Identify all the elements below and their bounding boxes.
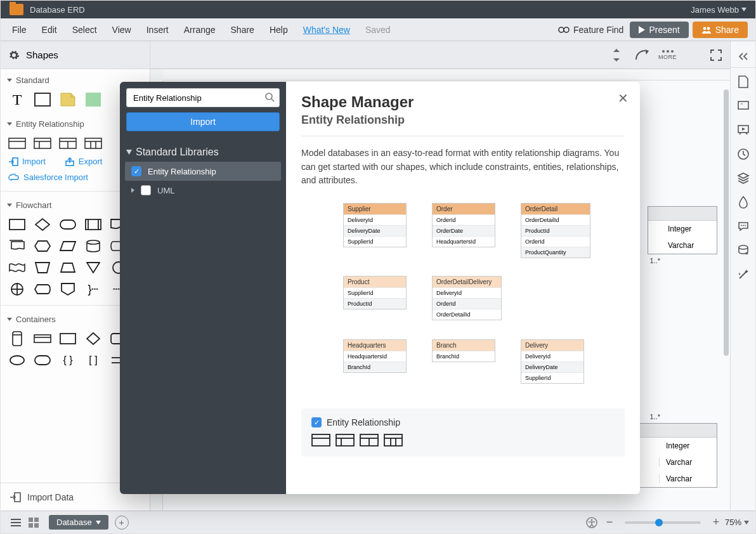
slides-icon[interactable]: [733, 120, 753, 140]
stepper-icon[interactable]: [608, 46, 625, 64]
fc-diamond[interactable]: [34, 218, 51, 231]
shape-search-input[interactable]: [126, 88, 280, 107]
grid-view-icon[interactable]: [25, 514, 42, 531]
fc-manual[interactable]: [34, 261, 51, 275]
canvas-scrollbar[interactable]: [724, 83, 729, 508]
data-icon[interactable]: [733, 240, 753, 261]
fc-brace-r[interactable]: }┄: [84, 282, 102, 296]
collapse-rail-icon[interactable]: [731, 45, 755, 68]
fc-multidoc[interactable]: [8, 239, 26, 253]
fc-hex[interactable]: [34, 239, 51, 253]
share-button[interactable]: Share: [693, 22, 748, 38]
menu-select[interactable]: Select: [65, 22, 105, 37]
more-button[interactable]: MORE: [658, 50, 677, 60]
menu-arrange[interactable]: Arrange: [176, 22, 223, 37]
user-menu[interactable]: James Webb: [691, 5, 755, 15]
cont-8[interactable]: { }: [59, 353, 77, 367]
sel-shape-2[interactable]: [336, 434, 355, 446]
titlebar: Database ERD James Webb: [1, 1, 755, 18]
import-link[interactable]: Import: [8, 157, 46, 166]
feature-find[interactable]: Feature Find: [552, 22, 630, 37]
sel-shape-3[interactable]: [360, 434, 379, 446]
cont-1[interactable]: [8, 332, 26, 346]
checkbox-er[interactable]: [131, 166, 141, 176]
menu-view[interactable]: View: [105, 22, 139, 37]
svg-marker-53: [613, 49, 620, 52]
import-button[interactable]: Import: [126, 112, 280, 131]
fc-db[interactable]: [84, 239, 102, 253]
zoom-out-button[interactable]: −: [601, 514, 618, 531]
paint-icon[interactable]: [733, 192, 753, 212]
chat-icon[interactable]: [733, 216, 753, 237]
svg-point-31: [87, 240, 100, 244]
erd-table-1[interactable]: Integer Varchar: [648, 206, 717, 254]
search-icon[interactable]: [264, 92, 275, 102]
fc-rect[interactable]: [8, 218, 26, 231]
add-page-button[interactable]: +: [115, 516, 129, 530]
cont-3[interactable]: [59, 332, 77, 346]
svg-rect-79: [384, 434, 402, 446]
fc-or[interactable]: [8, 282, 26, 296]
fc-trap[interactable]: [59, 261, 77, 275]
zoom-slider[interactable]: [625, 521, 701, 524]
menu-share[interactable]: Share: [223, 22, 262, 37]
cont-6[interactable]: [8, 353, 26, 367]
sel-shape-4[interactable]: [384, 434, 403, 446]
doc-icon[interactable]: [733, 72, 753, 92]
fc-offpage[interactable]: [59, 282, 77, 296]
magic-icon[interactable]: [733, 264, 753, 285]
selection-checkbox[interactable]: [311, 417, 322, 427]
svg-marker-54: [613, 58, 620, 62]
layers-icon[interactable]: [733, 168, 753, 188]
cont-2[interactable]: [34, 332, 51, 346]
document-title[interactable]: Database ERD: [30, 5, 85, 15]
checkbox-uml[interactable]: [141, 185, 151, 195]
sel-shape-1[interactable]: [311, 434, 330, 446]
modal-description: Model databases in an easy-to-read forma…: [301, 147, 625, 188]
svg-point-65: [743, 225, 744, 226]
er-shape-2[interactable]: [34, 136, 51, 150]
menu-edit[interactable]: Edit: [34, 22, 65, 37]
cont-7[interactable]: [34, 353, 51, 367]
folder-icon[interactable]: [10, 4, 23, 15]
zoom-in-button[interactable]: +: [707, 514, 725, 531]
er-shape-4[interactable]: [84, 136, 102, 150]
fc-parallelogram[interactable]: [59, 239, 77, 253]
zoom-level[interactable]: 75%: [725, 518, 749, 527]
line-tool-icon[interactable]: [633, 46, 651, 64]
standard-libraries-header[interactable]: Standard Libraries: [120, 139, 286, 162]
cont-9[interactable]: [ ]: [84, 353, 102, 367]
export-link[interactable]: Export: [65, 157, 103, 166]
fc-display[interactable]: [34, 282, 51, 296]
svg-marker-30: [60, 242, 75, 251]
fc-predef[interactable]: [84, 218, 102, 231]
er-shape-3[interactable]: [59, 136, 77, 150]
fc-tape[interactable]: [8, 261, 26, 275]
horizontal-ruler: [163, 69, 730, 81]
fc-merge[interactable]: [84, 261, 102, 275]
note-shape[interactable]: [59, 93, 77, 107]
gear-icon[interactable]: [8, 49, 20, 61]
menu-file[interactable]: File: [4, 22, 34, 37]
er-shape-1[interactable]: [8, 136, 26, 150]
comment-icon[interactable]: ”: [733, 96, 753, 116]
menu-whats-new[interactable]: What's New: [296, 22, 358, 37]
block-shape[interactable]: [34, 93, 51, 107]
accessibility-icon[interactable]: [583, 514, 601, 531]
history-icon[interactable]: [733, 144, 753, 164]
library-entity-relationship[interactable]: Entity Relationship: [125, 162, 281, 181]
menu-help[interactable]: Help: [262, 22, 296, 37]
close-icon[interactable]: ✕: [618, 91, 629, 106]
fc-terminator[interactable]: [59, 218, 77, 231]
page-tab[interactable]: Database: [49, 515, 108, 530]
cont-4[interactable]: [84, 332, 102, 346]
library-uml[interactable]: UML: [125, 181, 281, 200]
text-shape[interactable]: T: [8, 93, 26, 107]
fullscreen-icon[interactable]: [707, 46, 725, 64]
present-button[interactable]: Present: [630, 22, 688, 38]
svg-rect-41: [13, 332, 22, 346]
modal-title: Shape Manager: [301, 93, 625, 111]
menu-insert[interactable]: Insert: [139, 22, 176, 37]
list-view-icon[interactable]: [7, 514, 25, 531]
hotspot-shape[interactable]: [84, 93, 102, 107]
